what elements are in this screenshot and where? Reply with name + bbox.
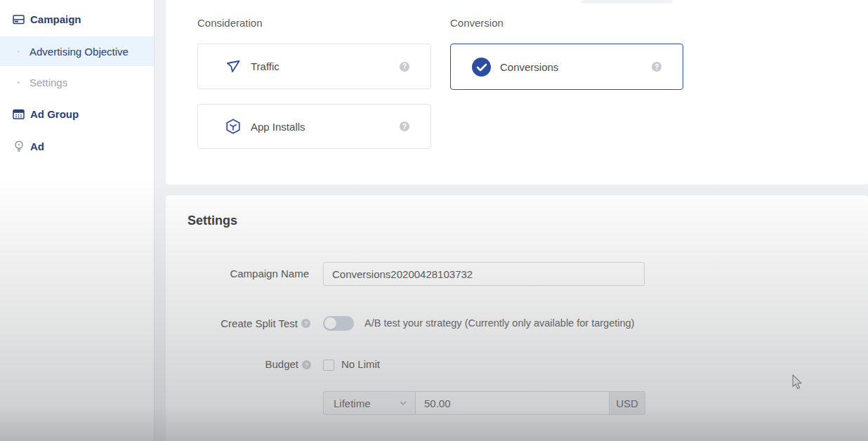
help-icon[interactable]: ?: [400, 62, 409, 72]
budget-mode-value: Lifetime: [334, 397, 371, 409]
no-limit-checkbox[interactable]: [323, 360, 334, 371]
sidebar-item-label: Campaign: [30, 13, 81, 25]
objective-card-label: Traffic: [251, 60, 280, 72]
sidebar-item-label: Ad Group: [30, 108, 79, 120]
sidebar-item-label: Ad: [30, 140, 44, 152]
split-test-label: Create Split Test: [166, 316, 298, 331]
sidebar-item-settings[interactable]: Settings: [0, 70, 154, 94]
budget-amount-input[interactable]: [415, 391, 610, 415]
objective-card-app-installs[interactable]: App Installs ?: [197, 104, 431, 149]
help-icon[interactable]: ?: [400, 121, 409, 131]
scrolled-element-edge: [581, 0, 673, 4]
column-title-consideration: Consideration: [197, 17, 263, 29]
check-circle-icon: [472, 58, 491, 77]
traffic-icon: [225, 58, 242, 75]
split-test-toggle[interactable]: [323, 316, 354, 331]
objective-card-traffic[interactable]: Traffic ?: [197, 44, 431, 89]
app-installs-icon: [225, 118, 242, 135]
sidebar-item-label: Advertising Objective: [29, 46, 129, 58]
campaign-name-input[interactable]: [323, 262, 645, 286]
sidebar-item-label: Settings: [29, 77, 67, 88]
sidebar-item-advertising-objective[interactable]: Advertising Objective: [0, 37, 154, 66]
help-icon[interactable]: ?: [302, 360, 311, 369]
campaign-icon: [13, 13, 25, 25]
campaign-name-label: Campaign Name: [166, 262, 309, 286]
help-icon[interactable]: ?: [652, 62, 662, 72]
budget-label: Budget: [166, 357, 298, 371]
objective-panel: Consideration Conversion Traffic ? Conve…: [166, 0, 868, 185]
budget-mode-select[interactable]: Lifetime: [323, 391, 416, 415]
objective-card-conversions[interactable]: Conversions ?: [450, 44, 683, 90]
sidebar-item-ad[interactable]: Ad: [0, 136, 154, 156]
settings-section-title: Settings: [188, 213, 237, 228]
split-test-description: A/B test your strategy (Currently only a…: [364, 316, 634, 331]
chevron-down-icon: [400, 401, 407, 405]
sidebar-item-campaign[interactable]: Campaign: [0, 8, 154, 29]
adgroup-icon: [13, 108, 25, 120]
currency-addon: USD: [609, 391, 645, 415]
bullet-dot-icon: [18, 51, 20, 53]
toggle-knob: [324, 317, 336, 329]
mouse-cursor-icon: [792, 374, 804, 391]
column-title-conversion: Conversion: [450, 17, 504, 29]
ad-icon: [13, 140, 25, 152]
bullet-dot-icon: [18, 81, 20, 84]
objective-card-label: Conversions: [500, 61, 558, 73]
sidebar-divider: [154, 0, 154, 441]
objective-card-label: App Installs: [251, 121, 305, 133]
no-limit-label: No Limit: [341, 357, 380, 371]
sidebar: Campaign Advertising Objective Settings …: [0, 0, 154, 441]
settings-panel: Settings Campaign Name Create Split Test…: [166, 195, 868, 441]
sidebar-item-ad-group[interactable]: Ad Group: [0, 104, 154, 124]
help-icon[interactable]: ?: [301, 319, 310, 328]
